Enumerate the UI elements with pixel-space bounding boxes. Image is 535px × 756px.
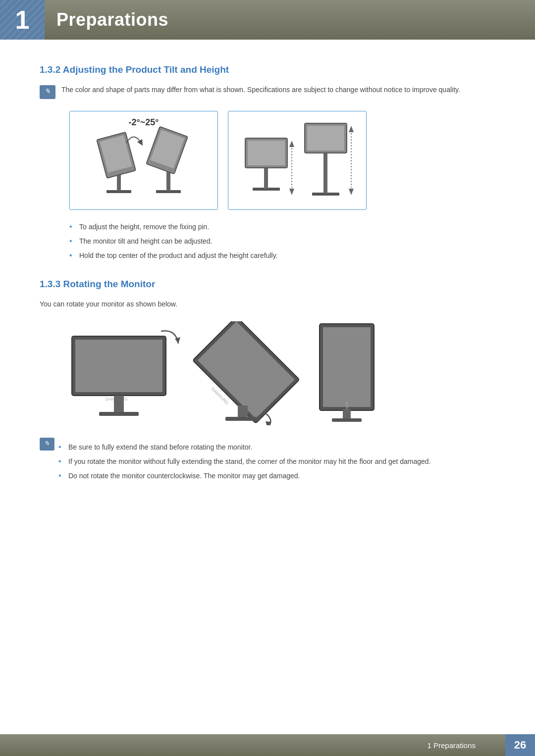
- svg-rect-31: [198, 322, 295, 419]
- svg-rect-20: [307, 126, 344, 151]
- section-133-heading: 1.3.3 Rotating the Monitor: [40, 279, 495, 290]
- section-133-bullets: Be sure to fully extend the stand before…: [58, 442, 495, 481]
- bullet-item-133-2: Do not rotate the monitor counterclockwi…: [58, 471, 495, 481]
- section-132-heading: 1.3.2 Adjusting the Product Tilt and Hei…: [40, 64, 495, 75]
- svg-marker-15: [289, 141, 294, 147]
- footer-page-number: 26: [505, 734, 535, 756]
- svg-text:✎: ✎: [45, 440, 50, 447]
- tilt-image-right: [228, 111, 367, 210]
- tilt-images-row: -2°~25°: [69, 111, 495, 210]
- note-text-132: The color and shape of parts may differ …: [61, 84, 460, 95]
- svg-rect-25: [75, 340, 162, 392]
- svg-rect-33: [238, 405, 248, 418]
- svg-marker-23: [349, 189, 354, 195]
- note-icon: ✎: [40, 85, 55, 99]
- header-number-block: 1: [0, 0, 45, 40]
- section-133-body: You can rotate your monitor as shown bel…: [40, 299, 495, 309]
- height-svg: [238, 118, 357, 202]
- section-133-bullet-group: Be sure to fully extend the stand before…: [58, 437, 495, 485]
- svg-rect-34: [225, 417, 260, 421]
- rotate-svg-2: SAMSUNG: [188, 321, 302, 425]
- rotate-image-3: SAMSUNG: [307, 321, 386, 425]
- bullet-item: The monitor tilt and height can be adjus…: [69, 236, 495, 247]
- svg-rect-13: [248, 141, 285, 165]
- bullet-item-133-0: Be sure to fully extend the stand before…: [58, 442, 495, 453]
- tilt-image-left: -2°~25°: [69, 111, 218, 210]
- rotate-images-row: SAMSUNG SAMSUNG: [69, 321, 495, 425]
- svg-rect-40: [332, 418, 362, 422]
- svg-marker-22: [349, 126, 354, 132]
- section-132: 1.3.2 Adjusting the Product Tilt and Hei…: [40, 64, 495, 261]
- tilt-svg: [79, 121, 208, 200]
- section-133: 1.3.3 Rotating the Monitor You can rotat…: [40, 279, 495, 485]
- rotate-image-1: SAMSUNG: [69, 326, 183, 425]
- svg-rect-27: [114, 396, 124, 413]
- rotate-svg-3: SAMSUNG: [307, 321, 386, 425]
- svg-rect-7: [166, 170, 170, 191]
- note-icon-133: ✎: [40, 438, 54, 451]
- tilt-label: -2°~25°: [129, 117, 159, 128]
- bullet-item: To adjust the height, remove the fixing …: [69, 222, 495, 232]
- section-132-note: ✎ The color and shape of parts may diffe…: [40, 84, 495, 99]
- svg-rect-39: [343, 409, 351, 419]
- svg-text:✎: ✎: [45, 88, 51, 95]
- header-bar: 1 Preparations: [0, 0, 535, 40]
- section-132-bullets: To adjust the height, remove the fixing …: [69, 222, 495, 261]
- svg-marker-16: [289, 189, 294, 195]
- bullet-item-133-1: If you rotate the monitor without fully …: [58, 456, 495, 467]
- svg-rect-18: [323, 153, 327, 194]
- rotate-svg-1: SAMSUNG: [69, 326, 183, 425]
- main-content: 1.3.2 Adjusting the Product Tilt and Hei…: [0, 40, 535, 545]
- rotate-image-2: SAMSUNG: [188, 321, 302, 425]
- svg-rect-37: [323, 327, 371, 407]
- svg-rect-11: [264, 168, 268, 189]
- footer-text: 1 Preparations: [427, 741, 505, 750]
- svg-rect-28: [99, 412, 139, 416]
- chapter-number: 1: [15, 5, 30, 35]
- section-133-notes: ✎ Be sure to fully extend the stand befo…: [40, 437, 495, 485]
- bullet-item: Hold the top center of the product and a…: [69, 251, 495, 261]
- page-number: 26: [514, 739, 526, 752]
- footer-bar: 1 Preparations 26: [0, 734, 535, 756]
- page-title: Preparations: [45, 9, 168, 30]
